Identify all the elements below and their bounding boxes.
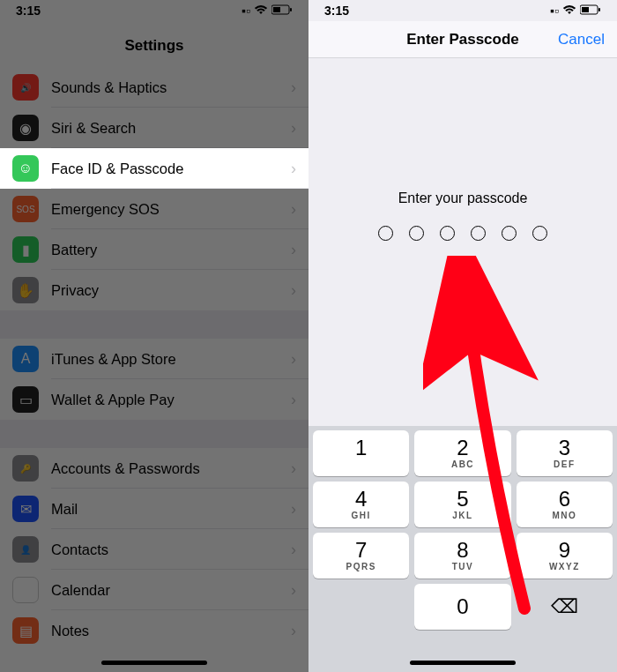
settings-row-accounts[interactable]: 🔑Accounts & Passwords› — [0, 448, 308, 489]
key-letters: ABC — [451, 459, 474, 469]
contacts-icon: 👤 — [12, 536, 39, 563]
key-1[interactable]: 1 — [313, 430, 409, 476]
passcode-dot — [409, 226, 424, 241]
calendar-icon: ▦ — [12, 577, 39, 603]
key-4[interactable]: 4GHI — [313, 482, 409, 527]
status-bar: 3:15 ▪▫ — [308, 0, 617, 21]
page-title: Settings — [0, 21, 308, 67]
wifi-icon — [562, 4, 576, 18]
chevron-right-icon: › — [291, 241, 296, 259]
notes-icon: ▤ — [12, 617, 39, 644]
key-letters: GHI — [352, 511, 371, 520]
svg-rect-5 — [582, 7, 589, 12]
status-time: 3:15 — [324, 4, 349, 18]
privacy-icon: ✋ — [12, 277, 39, 303]
settings-row-label: Notes — [51, 623, 291, 639]
key-number: 1 — [355, 437, 367, 459]
home-indicator[interactable] — [101, 661, 207, 665]
settings-row-label: Face ID & Passcode — [51, 161, 291, 177]
settings-screen: 3:15 ▪▫ Settings 🔊Sounds & Haptics›◉Siri… — [0, 0, 308, 672]
settings-row-privacy[interactable]: ✋Privacy› — [0, 270, 308, 310]
wifi-icon — [254, 4, 268, 18]
key-letters: JKL — [452, 511, 472, 520]
home-indicator[interactable] — [410, 661, 516, 665]
status-bar: 3:15 ▪▫ — [0, 0, 308, 21]
settings-row-sounds-haptics[interactable]: 🔊Sounds & Haptics› — [0, 67, 308, 108]
backspace-button[interactable]: ⌫ — [517, 584, 613, 630]
battery-icon: ▮ — [12, 236, 39, 263]
key-2[interactable]: 2ABC — [414, 430, 510, 476]
siri-search-icon: ◉ — [12, 115, 39, 141]
accounts-icon: 🔑 — [12, 455, 39, 482]
wallet-icon: ▭ — [12, 386, 39, 413]
settings-row-contacts[interactable]: 👤Contacts› — [0, 529, 308, 570]
chevron-right-icon: › — [291, 119, 296, 138]
settings-row-label: Accounts & Passwords — [51, 460, 291, 477]
mail-icon: ✉ — [12, 496, 39, 522]
key-number: 5 — [457, 489, 468, 510]
settings-row-face-id[interactable]: ☺Face ID & Passcode› — [0, 148, 308, 189]
key-8[interactable]: 8TUV — [414, 533, 510, 579]
nav-bar: Enter Passcode Cancel — [308, 21, 617, 58]
key-letters: WXYZ — [549, 562, 580, 571]
key-5[interactable]: 5JKL — [414, 482, 510, 527]
passcode-dots — [378, 226, 547, 241]
chevron-right-icon: › — [291, 200, 296, 219]
passcode-dot — [471, 226, 486, 241]
key-7[interactable]: 7PQRS — [313, 533, 409, 579]
settings-row-label: Battery — [51, 242, 291, 258]
face-id-icon: ☺ — [12, 155, 39, 182]
settings-row-itunes[interactable]: AiTunes & App Store› — [0, 339, 308, 379]
settings-row-label: iTunes & App Store — [51, 351, 291, 368]
itunes-icon: A — [12, 346, 39, 372]
settings-row-label: Emergency SOS — [51, 201, 291, 218]
settings-row-label: Contacts — [51, 541, 291, 558]
settings-row-notes[interactable]: ▤Notes› — [0, 610, 308, 651]
chevron-right-icon: › — [291, 500, 296, 519]
chevron-right-icon: › — [291, 350, 296, 369]
key-number: 6 — [559, 489, 570, 510]
key-letters: MNO — [552, 511, 576, 520]
key-blank — [313, 584, 409, 630]
passcode-dot — [502, 226, 517, 241]
chevron-right-icon: › — [291, 160, 296, 178]
settings-row-label: Calendar — [51, 582, 291, 599]
chevron-right-icon: › — [291, 281, 296, 300]
battery-icon — [580, 4, 601, 18]
settings-row-label: Siri & Search — [51, 120, 291, 137]
key-letters: TUV — [452, 562, 474, 571]
numeric-keypad: 1 2ABC3DEF4GHI5JKL6MNO7PQRS8TUV9WXYZ0⌫ — [308, 426, 617, 672]
settings-row-wallet[interactable]: ▭Wallet & Apple Pay› — [0, 379, 308, 420]
key-6[interactable]: 6MNO — [517, 482, 613, 527]
chevron-right-icon: › — [291, 541, 296, 559]
key-number: 0 — [457, 596, 468, 617]
svg-rect-1 — [290, 8, 292, 11]
key-number: 2 — [457, 437, 468, 459]
settings-row-calendar[interactable]: ▦Calendar› — [0, 570, 308, 610]
key-letters: DEF — [554, 459, 576, 469]
key-3[interactable]: 3DEF — [517, 430, 613, 476]
key-0[interactable]: 0 — [414, 584, 510, 630]
status-icons: ▪▫ — [242, 4, 293, 18]
settings-row-siri-search[interactable]: ◉Siri & Search› — [0, 108, 308, 148]
passcode-prompt: Enter your passcode — [398, 190, 528, 206]
settings-row-mail[interactable]: ✉Mail› — [0, 489, 308, 529]
key-9[interactable]: 9WXYZ — [517, 533, 613, 579]
chevron-right-icon: › — [291, 78, 296, 97]
emergency-sos-icon: SOS — [12, 196, 39, 222]
chevron-right-icon: › — [291, 581, 296, 600]
passcode-screen: 3:15 ▪▫ Enter Passcode Cancel Enter your… — [308, 0, 617, 672]
svg-rect-4 — [598, 8, 600, 11]
passcode-dot — [532, 226, 547, 241]
settings-row-battery[interactable]: ▮Battery› — [0, 229, 308, 270]
key-letters: PQRS — [346, 562, 375, 571]
settings-row-label: Privacy — [51, 282, 291, 299]
settings-row-emergency-sos[interactable]: SOSEmergency SOS› — [0, 189, 308, 229]
settings-row-label: Wallet & Apple Pay — [51, 392, 291, 408]
status-time: 3:15 — [16, 4, 41, 18]
key-number: 9 — [559, 540, 570, 561]
signal-icon: ▪▫ — [242, 4, 250, 18]
status-icons: ▪▫ — [550, 4, 601, 18]
cancel-button[interactable]: Cancel — [558, 31, 605, 49]
key-number: 4 — [355, 489, 367, 510]
